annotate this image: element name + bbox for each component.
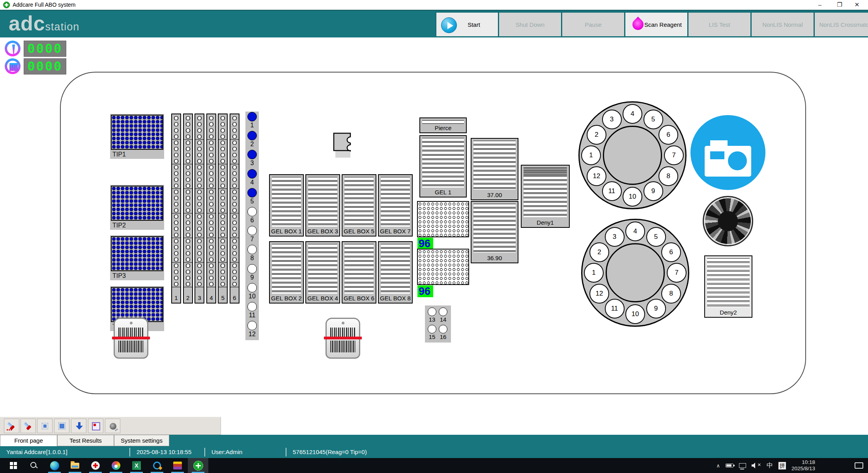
gel-box-7[interactable]: GEL BOX 7 xyxy=(378,174,413,236)
tray-chevron-icon[interactable]: ∧ xyxy=(716,463,720,469)
toolbar-button-large-square-select-icon[interactable] xyxy=(54,419,69,433)
carousel-2-position-10[interactable]: 10 xyxy=(625,304,645,324)
dial-position-2[interactable]: 2 xyxy=(245,130,259,149)
tip-rack-2[interactable]: TIP2 xyxy=(110,185,164,230)
carousel-2-position-8[interactable]: 8 xyxy=(661,284,681,304)
header-button-start[interactable]: Start xyxy=(436,12,499,37)
toolbar-button-grid-table-icon[interactable] xyxy=(88,419,103,433)
incubator-2[interactable]: 36.90 xyxy=(471,201,518,263)
taskbar-excel-icon[interactable]: X xyxy=(126,458,147,473)
sample-strip-6[interactable]: 6 xyxy=(230,114,239,304)
deny-rack-1[interactable]: Deny1 xyxy=(521,165,570,228)
taskbar-addcare-app-icon[interactable] xyxy=(85,458,106,473)
ime-language-icon[interactable]: 中 xyxy=(767,462,773,470)
taskbar-chat-app-icon[interactable] xyxy=(147,458,167,473)
header-button-scan-reagent[interactable]: Scan Reagent xyxy=(625,12,688,37)
gel-box-6[interactable]: GEL BOX 6 xyxy=(342,241,376,304)
taskbar-windows-start-icon[interactable] xyxy=(3,458,24,473)
gel-box-4[interactable]: GEL BOX 4 xyxy=(305,241,340,304)
barcode-scanner-2[interactable] xyxy=(326,318,360,359)
dial-position-1[interactable]: 1 xyxy=(245,112,259,130)
carousel-1-position-8[interactable]: 8 xyxy=(658,166,678,186)
barcode-scanner-1[interactable] xyxy=(114,318,148,359)
tab-system-settings[interactable]: System settings xyxy=(114,435,169,446)
carousel-1-position-3[interactable]: 3 xyxy=(602,110,622,129)
toolbar-button-small-square-select-icon[interactable] xyxy=(37,419,52,433)
minimize-button[interactable]: – xyxy=(811,0,829,9)
dial-position-10[interactable]: 10 xyxy=(245,283,259,302)
network-icon[interactable] xyxy=(739,463,746,468)
gel-box-3[interactable]: GEL BOX 3 xyxy=(305,174,340,236)
toolbar-button-sound-icon[interactable] xyxy=(105,419,120,433)
well-plate-1[interactable] xyxy=(417,201,469,237)
carousel-2-position-5[interactable]: 5 xyxy=(646,227,666,247)
piercer-holder[interactable] xyxy=(333,132,352,158)
header-button-nonlis-normal[interactable]: NonLIS Normal xyxy=(751,12,814,37)
dial-position-11[interactable]: 11 xyxy=(245,302,259,320)
carousel-1-position-11[interactable]: 11 xyxy=(602,181,622,201)
ime-pinyin-icon[interactable]: 拼 xyxy=(778,462,786,469)
gel-box-8[interactable]: GEL BOX 8 xyxy=(378,241,413,304)
sample-strip-5[interactable]: 5 xyxy=(218,114,228,304)
centrifuge-fan-icon[interactable] xyxy=(703,196,753,246)
carousel-2-position-1[interactable]: 1 xyxy=(584,263,604,283)
taskbar-addcare-running-icon[interactable] xyxy=(188,458,208,473)
header-button-shut-down[interactable]: Shut Down xyxy=(499,12,562,37)
carousel-1-position-9[interactable]: 9 xyxy=(644,181,663,201)
taskbar-paint-icon[interactable] xyxy=(106,458,126,473)
header-button-nonlis-crossmatch[interactable]: NonLIS Crossmatch xyxy=(814,12,868,37)
carousel-2-position-3[interactable]: 3 xyxy=(605,227,625,247)
dial-position-3[interactable]: 3 xyxy=(245,149,259,168)
reagent-carousel-1[interactable]: 123456789101112 xyxy=(578,101,687,209)
gel-box-2[interactable]: GEL BOX 2 xyxy=(269,241,304,304)
gel-card-rack[interactable]: GEL 1 xyxy=(419,135,467,197)
pierce-station[interactable]: Pierce xyxy=(419,117,467,133)
restore-button[interactable]: ❐ xyxy=(831,0,848,9)
sample-strip-3[interactable]: 3 xyxy=(195,114,204,304)
gel-box-5[interactable]: GEL BOX 5 xyxy=(342,174,376,236)
tab-front-page[interactable]: Front page xyxy=(0,435,57,446)
notification-icon[interactable] xyxy=(855,462,863,469)
close-button[interactable]: ✕ xyxy=(848,0,866,9)
carousel-1-position-5[interactable]: 5 xyxy=(644,110,663,129)
incubator-1[interactable]: 37.00 xyxy=(471,138,518,200)
dial-position-4[interactable]: 4 xyxy=(245,169,259,188)
carousel-1-position-12[interactable]: 12 xyxy=(587,166,606,186)
header-button-pause[interactable]: Pause xyxy=(562,12,625,37)
carousel-2-position-9[interactable]: 9 xyxy=(646,299,666,318)
carousel-1-position-2[interactable]: 2 xyxy=(587,125,606,145)
tip-rack-1[interactable]: TIP1 xyxy=(110,114,164,159)
gel-box-1[interactable]: GEL BOX 1 xyxy=(269,174,304,236)
tip-position-column[interactable]: 123456789101112 xyxy=(245,112,259,340)
sample-strip-2[interactable]: 2 xyxy=(183,114,193,304)
battery-icon[interactable] xyxy=(726,464,733,467)
carousel-2-position-6[interactable]: 6 xyxy=(661,242,681,262)
volume-muted-icon[interactable]: ✕ xyxy=(752,463,761,469)
dial-position-6[interactable]: 6 xyxy=(245,207,259,225)
mini-well-15[interactable] xyxy=(428,325,436,333)
sample-strip-1[interactable]: 1 xyxy=(171,114,181,304)
dial-position-9[interactable]: 9 xyxy=(245,264,259,283)
carousel-1-position-4[interactable]: 4 xyxy=(623,104,642,124)
carousel-2-position-4[interactable]: 4 xyxy=(625,222,645,241)
mini-well-16[interactable] xyxy=(439,325,447,333)
mini-well-13[interactable] xyxy=(428,307,436,316)
well-plate-2[interactable] xyxy=(417,249,469,285)
carousel-1-position-1[interactable]: 1 xyxy=(581,145,601,165)
taskbar-search-icon[interactable] xyxy=(24,458,44,473)
mini-position-box[interactable]: 13141516 xyxy=(425,305,451,343)
clock[interactable]: 10:18 2025/8/13 xyxy=(791,459,815,472)
deny-rack-2[interactable]: Deny2 xyxy=(704,255,752,318)
toolbar-button-scan-tool-icon[interactable] xyxy=(21,419,36,433)
dial-position-8[interactable]: 8 xyxy=(245,244,259,263)
taskbar-winrar-icon[interactable] xyxy=(167,458,188,473)
mini-well-14[interactable] xyxy=(439,307,447,316)
tip-rack-3[interactable]: TIP3 xyxy=(110,235,164,280)
camera-icon[interactable] xyxy=(690,115,765,190)
carousel-1-position-7[interactable]: 7 xyxy=(664,145,684,165)
header-button-lis-test[interactable]: LIS Test xyxy=(688,12,751,37)
toolbar-button-scan-tool-dots-icon[interactable] xyxy=(4,419,19,433)
carousel-2-position-11[interactable]: 11 xyxy=(605,299,625,318)
taskbar-edge-browser-icon[interactable] xyxy=(44,458,65,473)
carousel-1-position-6[interactable]: 6 xyxy=(658,125,678,145)
